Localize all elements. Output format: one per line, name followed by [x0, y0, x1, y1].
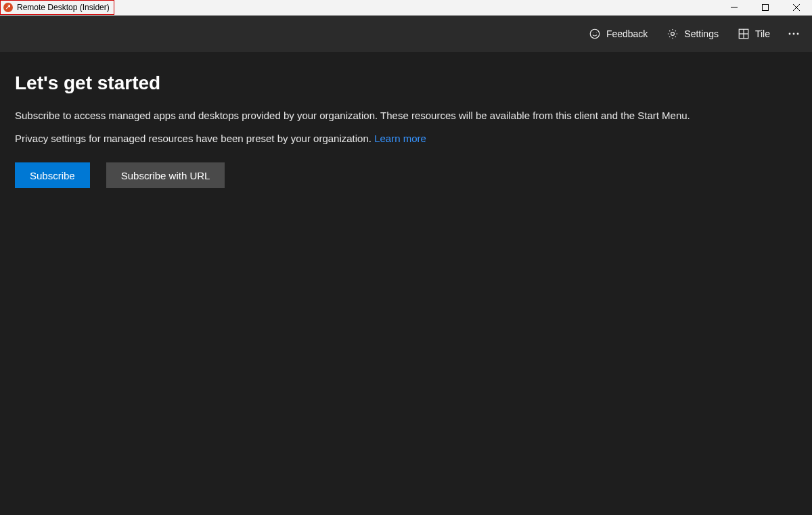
- learn-more-link[interactable]: Learn more: [374, 133, 426, 144]
- page-title: Let's get started: [15, 72, 797, 94]
- more-button[interactable]: [781, 28, 807, 39]
- feedback-label: Feedback: [606, 28, 648, 39]
- minimize-button[interactable]: [719, 0, 750, 15]
- tile-button[interactable]: Tile: [729, 24, 778, 44]
- svg-point-13: [797, 33, 799, 35]
- maximize-button[interactable]: [750, 0, 781, 15]
- settings-label: Settings: [684, 28, 719, 39]
- titlebar: Remote Desktop (Insider): [0, 0, 812, 16]
- feedback-button[interactable]: Feedback: [581, 24, 656, 44]
- subscribe-url-button[interactable]: Subscribe with URL: [106, 162, 225, 188]
- privacy-text: Privacy settings for managed resources h…: [15, 132, 797, 145]
- main-content: Let's get started Subscribe to access ma…: [0, 52, 812, 515]
- description-text: Subscribe to access managed apps and des…: [15, 109, 797, 122]
- svg-point-5: [593, 32, 593, 33]
- more-icon: [788, 32, 800, 35]
- grid-icon: [738, 28, 750, 40]
- smile-icon: [589, 28, 601, 40]
- svg-point-11: [789, 33, 791, 35]
- svg-point-6: [596, 32, 597, 33]
- toolbar: Feedback Settings Tile: [0, 16, 812, 52]
- svg-point-4: [590, 29, 600, 39]
- window-title: Remote Desktop (Insider): [17, 3, 114, 12]
- titlebar-left-highlight: Remote Desktop (Insider): [0, 0, 114, 15]
- svg-rect-1: [763, 5, 769, 11]
- subscribe-button[interactable]: Subscribe: [15, 162, 90, 188]
- app-icon: [3, 3, 13, 12]
- window-controls: [719, 0, 812, 15]
- close-button[interactable]: [781, 0, 812, 15]
- privacy-prefix: Privacy settings for managed resources h…: [15, 133, 374, 144]
- svg-point-12: [793, 33, 795, 35]
- settings-button[interactable]: Settings: [658, 24, 727, 44]
- tile-label: Tile: [755, 28, 770, 39]
- app-window: Remote Desktop (Insider): [0, 0, 812, 515]
- button-row: Subscribe Subscribe with URL: [15, 162, 797, 188]
- gear-icon: [667, 28, 679, 40]
- svg-point-7: [671, 32, 675, 36]
